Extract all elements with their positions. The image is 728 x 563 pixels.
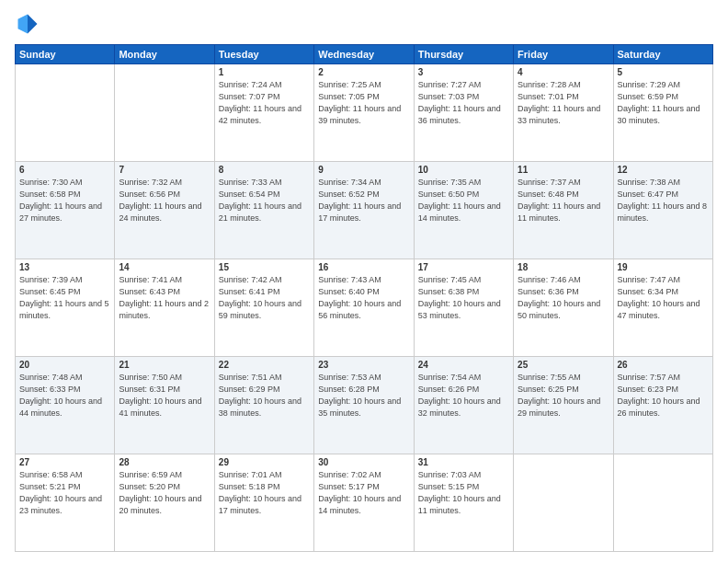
day-info: Sunrise: 7:28 AM Sunset: 7:01 PM Dayligh… [518, 79, 609, 127]
day-number: 12 [618, 165, 709, 175]
day-info: Sunrise: 7:47 AM Sunset: 6:34 PM Dayligh… [618, 274, 709, 322]
day-info: Sunrise: 7:37 AM Sunset: 6:48 PM Dayligh… [518, 177, 609, 224]
calendar-week-row: 13Sunrise: 7:39 AM Sunset: 6:45 PM Dayli… [16, 259, 713, 357]
day-number: 1 [219, 67, 310, 77]
calendar-cell: 24Sunrise: 7:54 AM Sunset: 6:26 PM Dayli… [414, 357, 513, 454]
day-info: Sunrise: 7:29 AM Sunset: 6:59 PM Dayligh… [618, 79, 709, 127]
calendar-cell: 26Sunrise: 7:57 AM Sunset: 6:23 PM Dayli… [613, 357, 712, 454]
calendar-cell: 18Sunrise: 7:46 AM Sunset: 6:36 PM Dayli… [514, 259, 613, 357]
logo-icon [15, 11, 40, 37]
day-number: 15 [219, 262, 310, 272]
day-info: Sunrise: 7:48 AM Sunset: 6:33 PM Dayligh… [19, 372, 110, 419]
day-info: Sunrise: 7:38 AM Sunset: 6:47 PM Dayligh… [618, 177, 709, 224]
day-info: Sunrise: 7:33 AM Sunset: 6:54 PM Dayligh… [219, 177, 310, 224]
calendar-cell: 23Sunrise: 7:53 AM Sunset: 6:28 PM Dayli… [314, 357, 414, 454]
calendar-cell: 28Sunrise: 6:59 AM Sunset: 5:20 PM Dayli… [115, 454, 214, 552]
calendar-week-row: 1Sunrise: 7:24 AM Sunset: 7:07 PM Daylig… [16, 64, 713, 162]
calendar-cell: 31Sunrise: 7:03 AM Sunset: 5:15 PM Dayli… [414, 454, 513, 552]
calendar-cell: 11Sunrise: 7:37 AM Sunset: 6:48 PM Dayli… [514, 162, 613, 259]
calendar-cell: 14Sunrise: 7:41 AM Sunset: 6:43 PM Dayli… [115, 259, 214, 357]
day-number: 13 [19, 262, 110, 272]
calendar-week-row: 6Sunrise: 7:30 AM Sunset: 6:58 PM Daylig… [16, 162, 713, 259]
day-info: Sunrise: 7:25 AM Sunset: 7:05 PM Dayligh… [318, 79, 409, 127]
calendar-cell: 20Sunrise: 7:48 AM Sunset: 6:33 PM Dayli… [16, 357, 115, 454]
day-info: Sunrise: 7:51 AM Sunset: 6:29 PM Dayligh… [219, 372, 310, 419]
calendar-body: 1Sunrise: 7:24 AM Sunset: 7:07 PM Daylig… [16, 64, 713, 552]
day-of-week-header: Monday [115, 45, 214, 64]
calendar-week-row: 20Sunrise: 7:48 AM Sunset: 6:33 PM Dayli… [16, 357, 713, 454]
calendar-week-row: 27Sunrise: 6:58 AM Sunset: 5:21 PM Dayli… [16, 454, 713, 552]
logo [15, 11, 44, 37]
day-number: 19 [618, 262, 709, 272]
day-number: 2 [318, 67, 409, 77]
calendar-cell: 7Sunrise: 7:32 AM Sunset: 6:56 PM Daylig… [115, 162, 214, 259]
day-number: 4 [518, 67, 609, 77]
calendar-cell: 6Sunrise: 7:30 AM Sunset: 6:58 PM Daylig… [16, 162, 115, 259]
day-number: 29 [219, 457, 310, 467]
day-number: 17 [418, 262, 509, 272]
day-of-week-header: Tuesday [214, 45, 313, 64]
header [15, 11, 713, 37]
day-info: Sunrise: 7:34 AM Sunset: 6:52 PM Dayligh… [318, 177, 409, 224]
day-info: Sunrise: 7:54 AM Sunset: 6:26 PM Dayligh… [418, 372, 509, 419]
day-info: Sunrise: 7:02 AM Sunset: 5:17 PM Dayligh… [318, 469, 409, 517]
calendar-cell: 30Sunrise: 7:02 AM Sunset: 5:17 PM Dayli… [314, 454, 414, 552]
day-number: 31 [418, 457, 509, 467]
day-of-week-header: Sunday [16, 45, 115, 64]
day-number: 26 [618, 360, 709, 370]
day-info: Sunrise: 7:53 AM Sunset: 6:28 PM Dayligh… [318, 372, 409, 419]
day-number: 18 [518, 262, 609, 272]
day-info: Sunrise: 7:43 AM Sunset: 6:40 PM Dayligh… [318, 274, 409, 322]
calendar-cell: 27Sunrise: 6:58 AM Sunset: 5:21 PM Dayli… [16, 454, 115, 552]
day-number: 28 [119, 457, 210, 467]
calendar-cell [115, 64, 214, 162]
day-info: Sunrise: 7:32 AM Sunset: 6:56 PM Dayligh… [119, 177, 210, 224]
day-number: 21 [119, 360, 210, 370]
calendar-cell: 13Sunrise: 7:39 AM Sunset: 6:45 PM Dayli… [16, 259, 115, 357]
calendar-cell: 29Sunrise: 7:01 AM Sunset: 5:18 PM Dayli… [214, 454, 313, 552]
calendar-cell: 17Sunrise: 7:45 AM Sunset: 6:38 PM Dayli… [414, 259, 513, 357]
calendar-cell: 1Sunrise: 7:24 AM Sunset: 7:07 PM Daylig… [214, 64, 313, 162]
day-number: 11 [518, 165, 609, 175]
calendar-cell: 3Sunrise: 7:27 AM Sunset: 7:03 PM Daylig… [414, 64, 513, 162]
calendar-cell: 9Sunrise: 7:34 AM Sunset: 6:52 PM Daylig… [314, 162, 414, 259]
day-of-week-header: Wednesday [314, 45, 414, 64]
day-info: Sunrise: 7:30 AM Sunset: 6:58 PM Dayligh… [19, 177, 110, 224]
day-info: Sunrise: 7:45 AM Sunset: 6:38 PM Dayligh… [418, 274, 509, 322]
day-info: Sunrise: 7:42 AM Sunset: 6:41 PM Dayligh… [219, 274, 310, 322]
day-number: 22 [219, 360, 310, 370]
day-number: 30 [318, 457, 409, 467]
day-number: 3 [418, 67, 509, 77]
day-number: 7 [119, 165, 210, 175]
day-number: 16 [318, 262, 409, 272]
day-info: Sunrise: 7:24 AM Sunset: 7:07 PM Dayligh… [219, 79, 310, 127]
day-info: Sunrise: 7:01 AM Sunset: 5:18 PM Dayligh… [219, 469, 310, 517]
calendar-cell: 5Sunrise: 7:29 AM Sunset: 6:59 PM Daylig… [613, 64, 712, 162]
day-number: 20 [19, 360, 110, 370]
calendar-table: SundayMondayTuesdayWednesdayThursdayFrid… [15, 44, 713, 552]
day-info: Sunrise: 7:39 AM Sunset: 6:45 PM Dayligh… [19, 274, 110, 322]
day-info: Sunrise: 7:03 AM Sunset: 5:15 PM Dayligh… [418, 469, 509, 517]
svg-marker-0 [28, 15, 38, 34]
day-number: 6 [19, 165, 110, 175]
day-of-week-header: Thursday [414, 45, 513, 64]
day-info: Sunrise: 7:46 AM Sunset: 6:36 PM Dayligh… [518, 274, 609, 322]
day-info: Sunrise: 7:27 AM Sunset: 7:03 PM Dayligh… [418, 79, 509, 127]
day-info: Sunrise: 6:59 AM Sunset: 5:20 PM Dayligh… [119, 469, 210, 517]
day-of-week-header: Friday [514, 45, 613, 64]
day-info: Sunrise: 7:55 AM Sunset: 6:25 PM Dayligh… [518, 372, 609, 419]
day-info: Sunrise: 6:58 AM Sunset: 5:21 PM Dayligh… [19, 469, 110, 517]
day-info: Sunrise: 7:35 AM Sunset: 6:50 PM Dayligh… [418, 177, 509, 224]
calendar-cell: 19Sunrise: 7:47 AM Sunset: 6:34 PM Dayli… [613, 259, 712, 357]
day-number: 8 [219, 165, 310, 175]
day-info: Sunrise: 7:50 AM Sunset: 6:31 PM Dayligh… [119, 372, 210, 419]
calendar-cell: 2Sunrise: 7:25 AM Sunset: 7:05 PM Daylig… [314, 64, 414, 162]
calendar-cell: 22Sunrise: 7:51 AM Sunset: 6:29 PM Dayli… [214, 357, 313, 454]
calendar-cell: 10Sunrise: 7:35 AM Sunset: 6:50 PM Dayli… [414, 162, 513, 259]
day-number: 27 [19, 457, 110, 467]
calendar-cell: 15Sunrise: 7:42 AM Sunset: 6:41 PM Dayli… [214, 259, 313, 357]
calendar-cell [16, 64, 115, 162]
day-number: 25 [518, 360, 609, 370]
day-info: Sunrise: 7:41 AM Sunset: 6:43 PM Dayligh… [119, 274, 210, 322]
calendar-header-row: SundayMondayTuesdayWednesdayThursdayFrid… [16, 45, 713, 64]
